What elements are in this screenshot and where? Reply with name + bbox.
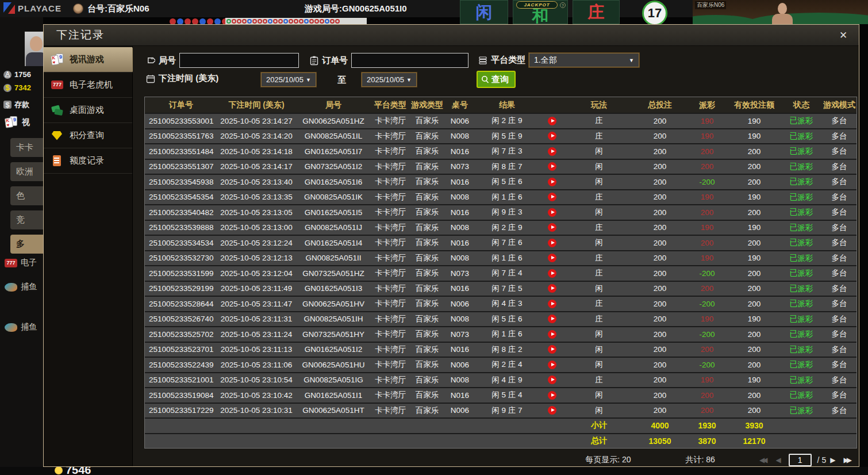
road-ring xyxy=(237,19,241,24)
cell-total-bet: 200 xyxy=(633,117,686,125)
cell-valid-bet: 200 xyxy=(728,178,781,186)
video-games-rail-item[interactable]: 9K♥ 视 xyxy=(5,116,30,129)
cell-payout: 200 xyxy=(686,284,728,293)
bet-area-player[interactable]: 闲 xyxy=(460,0,508,24)
slot-777-icon: 777 xyxy=(5,259,17,267)
cell-payout: 200 xyxy=(686,162,728,171)
round-id-input[interactable] xyxy=(179,53,299,68)
cell-game-type: 百家乐 xyxy=(409,162,445,172)
replay-icon[interactable] xyxy=(539,269,564,278)
playace-logo: PLAYACE xyxy=(3,2,62,14)
close-icon[interactable]: ✕ xyxy=(837,29,850,41)
cell-game-type: 百家乐 xyxy=(409,177,445,187)
cell-total-bet: 200 xyxy=(633,208,686,217)
cell-game-type: 百家乐 xyxy=(409,131,445,141)
rail-button[interactable]: 欧洲 xyxy=(10,162,43,181)
rail-button[interactable]: 卡卡 xyxy=(10,138,43,157)
bet-area-banker[interactable]: 庄 xyxy=(573,0,620,24)
platform-type-select[interactable]: 1.全部 ▼ xyxy=(529,53,639,67)
replay-icon[interactable] xyxy=(539,178,564,186)
replay-icon[interactable] xyxy=(539,406,564,415)
round-filter: 局号 xyxy=(146,53,299,68)
tab-video-games[interactable]: 9K♥ 视讯游戏 xyxy=(44,47,132,72)
date-to-picker[interactable]: 2025/10/05 ▼ xyxy=(362,72,417,87)
user-avatar[interactable] xyxy=(25,32,43,66)
chevron-down-icon: ▼ xyxy=(406,77,412,83)
cell-bet-time: 2025-10-05 23:11:47 xyxy=(217,300,295,308)
replay-icon[interactable] xyxy=(539,208,564,217)
replay-icon[interactable] xyxy=(539,132,564,140)
replay-icon[interactable] xyxy=(539,147,564,156)
coin-icon xyxy=(55,466,63,474)
cell-result: 闲 7 庄 6 xyxy=(475,238,539,248)
prev-page-icon[interactable]: ◀ xyxy=(775,456,781,464)
replay-icon[interactable] xyxy=(539,162,564,171)
replay-icon[interactable] xyxy=(539,345,564,354)
road-ring xyxy=(268,19,272,24)
search-button[interactable]: 查询 xyxy=(477,71,516,88)
cell-valid-bet: 200 xyxy=(728,147,781,156)
replay-icon[interactable] xyxy=(539,239,564,247)
first-page-icon[interactable]: ◀◀ xyxy=(759,456,767,464)
cell-table-no: N006 xyxy=(445,300,475,308)
cell-table-no: N016 xyxy=(445,345,475,354)
next-page-icon[interactable]: ▶ xyxy=(830,456,835,464)
cell-play-type: 闲 xyxy=(564,238,633,248)
replay-icon[interactable] xyxy=(539,193,564,201)
cell-platform: 卡卡湾厅 xyxy=(371,192,409,202)
table-row: 251005233551307 2025-10-05 23:14:17 GN07… xyxy=(145,159,857,174)
replay-icon[interactable] xyxy=(539,254,564,262)
rail-button[interactable]: 竞 xyxy=(10,210,43,229)
cell-game-mode: 多台 xyxy=(822,405,857,416)
document-icon xyxy=(51,155,64,167)
last-page-icon[interactable]: ▶▶ xyxy=(844,456,852,464)
tab-table-games[interactable]: 桌面游戏 xyxy=(44,98,132,123)
cell-play-type: 闲 xyxy=(564,146,633,156)
table-row: 251005233553001 2025-10-05 23:14:27 GN00… xyxy=(145,113,857,128)
table-row: 251005233522439 2025-10-05 23:11:06 GN00… xyxy=(145,357,857,372)
replay-icon[interactable] xyxy=(539,300,564,308)
rail-item-slots[interactable]: 777 电子 xyxy=(5,258,37,268)
replay-icon[interactable] xyxy=(539,315,564,323)
order-id-input[interactable] xyxy=(351,53,468,68)
cell-result: 闲 7 庄 5 xyxy=(475,284,539,294)
replay-icon[interactable] xyxy=(539,117,564,125)
pagination-bar: 每页显示: 20 共计: 86 ◀◀ ◀ / 5 ▶ ▶▶ xyxy=(133,453,856,467)
replay-icon[interactable] xyxy=(539,361,564,369)
brand-name: PLAYACE xyxy=(18,3,62,13)
rail-button[interactable]: 色 xyxy=(10,186,43,205)
jackpot-help-icon[interactable]: ? xyxy=(560,2,566,8)
deposit-button[interactable]: $ 存款 xyxy=(3,99,29,110)
cell-result: 闲 4 庄 3 xyxy=(475,298,539,309)
cell-payout: -200 xyxy=(686,330,728,339)
table-row: 251005233539888 2025-10-05 23:13:00 GN00… xyxy=(145,220,857,235)
cell-play-type: 庄 xyxy=(564,116,633,126)
app-screen: PLAYACE 台号:百家乐N06 游戏局号:GN00625A051I0 闲 和… xyxy=(0,0,868,475)
cell-valid-bet: 190 xyxy=(728,376,781,384)
page-number-input[interactable] xyxy=(789,454,812,466)
rail-item-fishing[interactable]: 捕鱼 xyxy=(5,282,37,292)
cell-bet-time: 2025-10-05 23:14:20 xyxy=(217,132,295,140)
cell-result: 闲 9 庄 7 xyxy=(475,405,539,416)
rail-item-fishing-2[interactable]: 捕鱼 xyxy=(5,322,37,332)
cell-game-type: 百家乐 xyxy=(409,405,445,416)
table-row: 251005233529199 2025-10-05 23:11:49 GN01… xyxy=(145,281,857,296)
cell-platform: 卡卡湾厅 xyxy=(371,298,409,309)
tab-credit-records[interactable]: 额度记录 xyxy=(44,148,132,174)
playace-logo-icon xyxy=(3,2,15,14)
gem-icon xyxy=(51,129,64,142)
cell-total-bet: 200 xyxy=(633,345,686,354)
rail-button[interactable]: 多 xyxy=(10,235,43,254)
replay-icon[interactable] xyxy=(539,376,564,384)
replay-icon[interactable] xyxy=(539,223,564,232)
tab-points-query[interactable]: 积分查询 xyxy=(44,123,132,148)
date-from-picker[interactable]: 2025/10/05 ▼ xyxy=(261,72,316,87)
cell-order-id: 251005233523701 xyxy=(145,345,217,354)
cell-result: 闲 8 庄 2 xyxy=(475,344,539,355)
replay-icon[interactable] xyxy=(539,391,564,400)
cell-platform: 卡卡湾厅 xyxy=(371,253,409,263)
tab-slots[interactable]: 777 电子老虎机 xyxy=(44,72,132,98)
cell-game-mode: 多台 xyxy=(822,207,857,217)
replay-icon[interactable] xyxy=(539,330,564,339)
replay-icon[interactable] xyxy=(539,284,564,293)
